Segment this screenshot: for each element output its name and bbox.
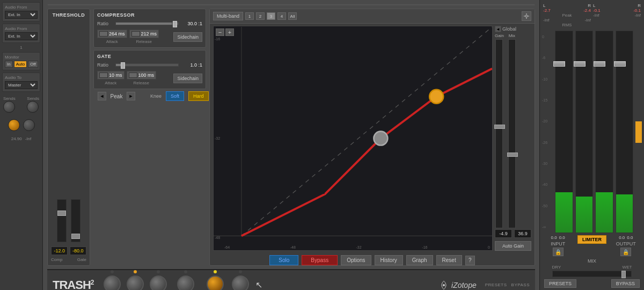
svg-point-13 — [443, 284, 445, 286]
convolve-led — [184, 270, 187, 273]
audio-from-select-2[interactable]: Ext. In — [5, 32, 38, 40]
band-btn-4[interactable]: 4 — [277, 12, 286, 20]
big-fader-3-handle[interactable] — [594, 61, 605, 67]
fs-8: -50 — [542, 204, 553, 208]
mix-value-box: 36.9 — [514, 229, 531, 238]
input-lock-btn[interactable]: 🔒 — [553, 248, 564, 256]
zoom-in-btn[interactable]: + — [225, 28, 234, 36]
big-fader-4-handle[interactable] — [614, 61, 626, 67]
presets-bypass-section: PRESETS BYPASS — [542, 279, 642, 288]
filter2-knob[interactable] — [150, 276, 167, 290]
trash2-version: 2 — [91, 278, 94, 286]
mini-num-1: 24.90 — [11, 136, 22, 141]
fader3-meter — [596, 192, 613, 233]
reset-btn[interactable]: Reset — [436, 255, 462, 265]
gate-ratio-thumb[interactable] — [121, 62, 125, 69]
audio-to-select[interactable]: Master — [5, 81, 38, 89]
input-col: 0.0 0.0 INPUT 🔒 — [542, 235, 574, 256]
mix-fader-handle[interactable] — [507, 153, 518, 157]
comp-ratio-thumb[interactable] — [173, 21, 177, 27]
comp-fader-handle[interactable] — [57, 211, 66, 216]
audio-from-label: Audio From — [5, 5, 38, 10]
presets-btn[interactable]: PRESETS — [544, 279, 576, 288]
filter1-led — [111, 270, 114, 273]
mix-fader-label: Mix — [509, 33, 515, 38]
gs-1: -32 — [215, 136, 220, 140]
threshold-panel: THRESHOLD -12.0 -80.0 — [47, 9, 90, 266]
cursor-indicator: ↖ — [255, 280, 262, 290]
gate-sidechain-btn[interactable]: Sidechain — [173, 74, 202, 83]
mix-section: MIX DRY WET — [542, 258, 642, 277]
input-val-2: 0.0 — [559, 235, 565, 240]
settings-btn[interactable] — [522, 11, 531, 21]
gain-fader-handle[interactable] — [494, 125, 505, 129]
rms-values-2: -Inf -Inf — [593, 13, 641, 18]
multiband-btn[interactable]: Multi-band — [213, 12, 243, 20]
gate-ratio-slider[interactable] — [115, 63, 179, 67]
gain-value-box: -4.9 — [495, 229, 512, 238]
comp-sidechain-btn[interactable]: Sidechain — [173, 32, 202, 42]
peak-knee-row: ◄ Peak ► Knee Soft Hard — [93, 91, 206, 101]
global-arrow-btn[interactable]: ◄ — [495, 26, 501, 32]
knee-soft-btn[interactable]: Soft — [166, 91, 184, 101]
off-btn[interactable]: Off — [28, 61, 38, 68]
fs-0: 0 — [542, 35, 553, 39]
knob-gray[interactable] — [23, 119, 35, 131]
options-btn[interactable]: Options — [341, 255, 371, 265]
peak-l-val: -2.7 — [543, 8, 551, 13]
audio-from-select[interactable]: Ext. In — [5, 11, 38, 19]
module-dynamics: DYNAMICS — [203, 270, 228, 290]
bypass-btn[interactable]: Bypass — [302, 255, 338, 265]
graph-zoom: − + — [216, 28, 234, 36]
fader4-meter — [616, 194, 633, 233]
knee-hard-btn[interactable]: Hard — [188, 91, 209, 101]
l-label-2: L — [593, 3, 595, 8]
knob-orange[interactable] — [8, 119, 20, 131]
trash-knob[interactable] — [127, 276, 144, 290]
output-lock-btn[interactable]: 🔒 — [620, 248, 631, 256]
mix-fader-handle[interactable] — [621, 271, 626, 278]
solo-btn[interactable]: Solo — [269, 255, 298, 265]
gate-fader-handle[interactable] — [71, 234, 80, 239]
comp-ratio-slider[interactable] — [115, 22, 179, 25]
bypass-toggle-btn[interactable]: BYPASS — [611, 279, 640, 288]
delay-knob[interactable] — [232, 276, 249, 290]
sends-knob-a[interactable] — [3, 101, 15, 113]
band-btn-2[interactable]: 2 — [256, 12, 265, 20]
zoom-out-btn[interactable]: − — [216, 28, 224, 36]
convolve-knob[interactable] — [177, 276, 194, 290]
gate-release-box: 100 ms — [127, 71, 157, 79]
filter1-knob[interactable] — [104, 276, 121, 290]
big-fader-1-handle[interactable] — [553, 61, 565, 67]
dynamics-knob[interactable] — [207, 276, 224, 290]
peak-prev-btn[interactable]: ◄ — [98, 92, 106, 100]
threshold-title: THRESHOLD — [53, 12, 85, 18]
fs-3: -15 — [542, 98, 553, 102]
band-btn-1[interactable]: 1 — [245, 12, 254, 20]
history-btn[interactable]: History — [375, 255, 403, 265]
gate-attack-release-row: 10 ms Attack 100 ms Release Sidechain — [97, 71, 202, 85]
big-fader-2-handle[interactable] — [574, 61, 586, 67]
band-btn-3[interactable]: 3 — [267, 12, 275, 20]
graph-btn[interactable]: Graph — [406, 255, 433, 265]
limiter-btn[interactable]: LIMITER — [577, 235, 606, 244]
bottom-buttons: Solo Bypass Options History Graph Reset … — [210, 255, 535, 265]
band-btn-all[interactable]: All — [288, 12, 297, 20]
comp-attack-group: 264 ms Attack — [97, 30, 127, 44]
auto-btn[interactable]: Auto — [14, 61, 27, 68]
peak-next-btn[interactable]: ► — [127, 92, 135, 100]
help-btn[interactable]: ? — [465, 256, 475, 265]
audio-from-label-2: Audio From — [5, 26, 38, 31]
mix-fader-h[interactable] — [552, 271, 632, 277]
auto-gain-btn[interactable]: Auto Gain — [495, 241, 531, 251]
gain-mix-faders: Gain Mix — [495, 33, 531, 228]
sends-knob-b[interactable] — [27, 101, 39, 113]
gate-ratio-value: 1.0 :1 — [181, 62, 202, 68]
in-btn[interactable]: In — [5, 61, 13, 68]
gate-attack-group: 10 ms Attack — [97, 71, 125, 85]
dry-label: DRY — [552, 265, 561, 270]
output-col: 0.0 0.0 OUTPUT 🔒 — [610, 235, 642, 256]
rms-values-1: -Inf -Inf — [543, 18, 591, 23]
peak-r2-val: -0.1 — [633, 8, 641, 13]
gate-release-label: Release — [127, 81, 157, 85]
